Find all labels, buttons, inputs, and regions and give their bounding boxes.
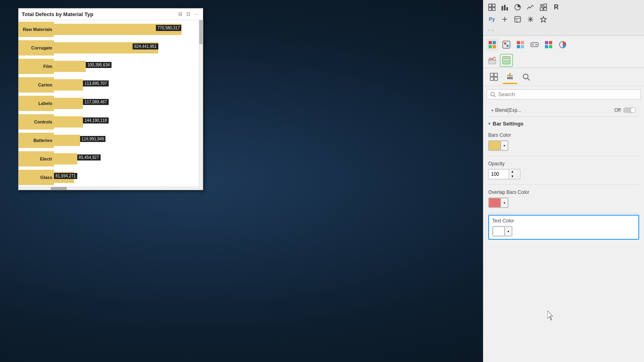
vis-icon-8[interactable] bbox=[500, 54, 513, 67]
table-row: Carton 113,895,707 bbox=[19, 76, 199, 94]
svg-rect-27 bbox=[517, 45, 520, 48]
chart-title-icons: ⊟ ⊡ ··· bbox=[177, 11, 200, 17]
text-color-box: Text Color ▾ bbox=[488, 215, 639, 240]
overlap-color-dropdown[interactable]: ▾ bbox=[501, 198, 508, 208]
table-icon[interactable] bbox=[486, 2, 498, 13]
opacity-control[interactable]: ▲ ▼ bbox=[488, 169, 520, 179]
table-row: Controls 144,190,118 bbox=[19, 113, 199, 131]
svg-rect-44 bbox=[490, 77, 493, 80]
search-tool-icon[interactable] bbox=[519, 70, 533, 84]
bar-fill bbox=[54, 153, 77, 165]
vis-icon-4[interactable] bbox=[528, 38, 541, 51]
svg-rect-11 bbox=[544, 8, 547, 10]
bar-container: 770,580,317 bbox=[54, 22, 199, 37]
chart-vertical-scrollbar[interactable] bbox=[199, 20, 203, 190]
blend-toggle[interactable] bbox=[623, 107, 636, 113]
more-icon[interactable]: ··· bbox=[193, 11, 200, 17]
bar-container: 113,895,707 bbox=[54, 77, 199, 93]
more-options[interactable]: ··· bbox=[486, 26, 642, 34]
svg-rect-33 bbox=[549, 41, 552, 44]
bar-settings-header[interactable]: ▾ Bar Settings bbox=[488, 118, 639, 129]
svg-rect-8 bbox=[540, 4, 543, 7]
bar-container: 144,190,118 bbox=[54, 114, 199, 130]
svg-rect-32 bbox=[545, 41, 548, 44]
vis-icon-7[interactable] bbox=[486, 54, 499, 67]
overlap-color-label: Overlap Bars Color bbox=[488, 189, 639, 195]
svg-rect-2 bbox=[489, 8, 491, 10]
svg-rect-14 bbox=[515, 16, 520, 22]
table-row: Film 100,395,634 bbox=[19, 57, 199, 76]
vis-icon-2[interactable] bbox=[500, 38, 513, 51]
text-color-swatch bbox=[493, 226, 505, 236]
bar-label: Glass bbox=[19, 170, 54, 185]
tool-icon-1[interactable] bbox=[499, 14, 511, 25]
svg-rect-28 bbox=[521, 45, 524, 48]
svg-rect-5 bbox=[504, 5, 506, 10]
opacity-group: Opacity ▲ ▼ bbox=[488, 158, 639, 183]
bars-color-swatch bbox=[489, 141, 501, 150]
bar-container: 100,395,634 bbox=[54, 59, 199, 74]
svg-rect-19 bbox=[493, 41, 496, 44]
table-row: Glass 81,694,271 bbox=[19, 168, 199, 187]
svg-rect-34 bbox=[545, 45, 548, 48]
text-color-control[interactable]: ▾ bbox=[492, 226, 512, 237]
search-bar[interactable] bbox=[487, 89, 641, 99]
tool-icon-2[interactable] bbox=[512, 14, 524, 25]
toolbar-row-1: R bbox=[486, 2, 642, 13]
chevron-down-icon: ▾ bbox=[491, 108, 493, 113]
chart-icon-3[interactable] bbox=[524, 2, 537, 13]
vscroll-thumb bbox=[199, 20, 203, 44]
star-icon[interactable] bbox=[537, 14, 549, 25]
bar-label: Batteries bbox=[19, 133, 54, 148]
mini-toolbar bbox=[483, 68, 644, 86]
bar-value: 81,694,271 bbox=[54, 173, 77, 179]
bar-label: Film bbox=[19, 59, 54, 74]
bar-fill bbox=[54, 98, 83, 109]
vis-icon-3[interactable] bbox=[514, 38, 527, 51]
visual-icon-grid bbox=[483, 36, 644, 68]
chart-panel: Total Defects by Material Typ ⊟ ⊡ ··· Ra… bbox=[18, 8, 203, 190]
chevron-up-icon: ▾ bbox=[488, 121, 490, 126]
svg-line-52 bbox=[494, 96, 495, 97]
blend-label: Blend(Exp... bbox=[495, 107, 521, 113]
format-tool-icon[interactable] bbox=[503, 70, 517, 84]
table-row: Corrugate 624,441,951 bbox=[19, 39, 199, 57]
chart-horizontal-scrollbar[interactable] bbox=[19, 187, 199, 190]
table-row: Raw Materials 770,580,317 bbox=[19, 20, 199, 39]
vis-icon-6[interactable] bbox=[556, 38, 569, 51]
svg-rect-9 bbox=[540, 8, 543, 10]
filter-icon[interactable]: ⊟ bbox=[177, 11, 184, 17]
R-icon[interactable]: R bbox=[550, 2, 562, 13]
text-color-dropdown[interactable]: ▾ bbox=[505, 226, 512, 236]
opacity-up-btn[interactable]: ▲ bbox=[509, 169, 516, 174]
blend-setting-row: ▾ Blend(Exp... Off bbox=[488, 106, 639, 115]
search-input[interactable] bbox=[498, 91, 637, 97]
bar-value: 85,454,927 bbox=[77, 154, 101, 160]
svg-rect-10 bbox=[544, 4, 547, 7]
overlap-color-control[interactable]: ▾ bbox=[488, 197, 508, 208]
vis-icon-1[interactable] bbox=[486, 38, 499, 51]
svg-rect-45 bbox=[494, 77, 497, 80]
svg-rect-26 bbox=[521, 41, 524, 44]
bar-label: Labels bbox=[19, 96, 54, 111]
chart-icon-1[interactable] bbox=[499, 2, 511, 13]
bars-color-control[interactable]: ▾ bbox=[488, 140, 508, 151]
opacity-down-btn[interactable]: ▼ bbox=[509, 174, 516, 179]
grid-tool-icon[interactable] bbox=[487, 70, 501, 84]
expand-icon[interactable]: ⊡ bbox=[185, 11, 192, 17]
svg-rect-40 bbox=[504, 60, 509, 63]
chart-icon-2[interactable] bbox=[512, 2, 524, 13]
bar-container: 117,089,467 bbox=[54, 96, 199, 111]
svg-point-31 bbox=[535, 44, 537, 45]
bars-color-dropdown[interactable]: ▾ bbox=[501, 141, 508, 150]
vis-icon-5[interactable] bbox=[542, 38, 555, 51]
svg-rect-21 bbox=[493, 45, 496, 48]
bars-color-picker: ▾ bbox=[488, 140, 639, 151]
tool-icon-3[interactable] bbox=[524, 14, 537, 25]
opacity-input[interactable] bbox=[489, 170, 509, 179]
python-icon[interactable]: Py bbox=[486, 14, 498, 25]
bar-value: 113,895,707 bbox=[83, 80, 109, 86]
chart-icon-4[interactable] bbox=[537, 2, 549, 13]
overlap-color-group: Overlap Bars Color ▾ bbox=[488, 186, 639, 211]
bar-fill bbox=[54, 61, 86, 72]
